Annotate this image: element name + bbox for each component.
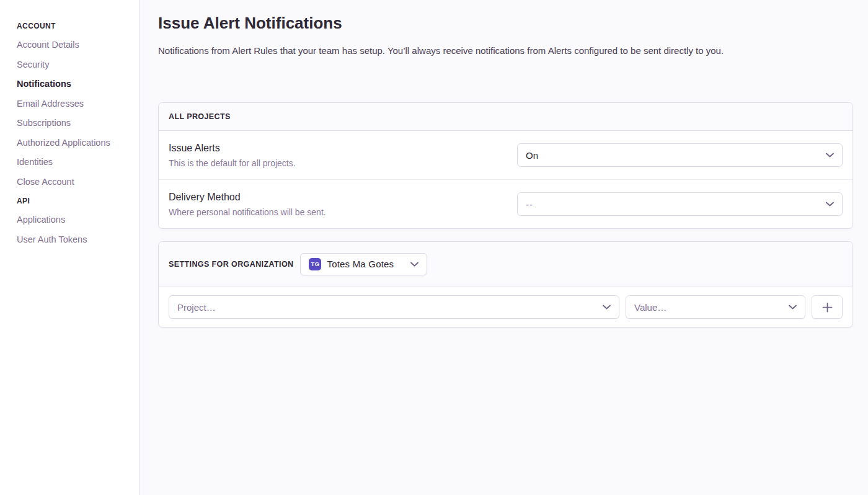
organization-panel-header-label: Settings for Organization [169, 259, 293, 270]
page-description: Notifications from Alert Rules that your… [158, 45, 853, 56]
chevron-down-icon [410, 262, 418, 267]
settings-sidebar: Account Account Details Security Notific… [0, 0, 140, 495]
sidebar-item-identities[interactable]: Identities [17, 156, 128, 167]
chevron-down-icon [789, 305, 797, 310]
page-title: Issue Alert Notifications [158, 14, 853, 33]
delivery-method-select-value: -- [526, 199, 533, 210]
organization-select[interactable]: TG Totes Ma Gotes [300, 253, 427, 275]
organization-settings-panel: Settings for Organization TG Totes Ma Go… [158, 241, 853, 328]
project-select-placeholder: Project… [177, 302, 216, 313]
sidebar-item-user-auth-tokens[interactable]: User Auth Tokens [17, 234, 128, 245]
all-projects-panel-header: All Projects [159, 103, 852, 131]
sidebar-item-applications[interactable]: Applications [17, 214, 128, 225]
sidebar-header-api: API [17, 195, 128, 207]
delivery-method-label: Delivery Method [169, 190, 326, 203]
chevron-down-icon [826, 153, 834, 158]
add-override-button[interactable] [812, 295, 843, 319]
project-select[interactable]: Project… [169, 295, 619, 319]
all-projects-panel: All Projects Issue Alerts This is the de… [158, 102, 853, 229]
sidebar-item-authorized-applications[interactable]: Authorized Applications [17, 137, 128, 148]
delivery-method-help: Where personal notifications will be sen… [169, 207, 326, 218]
sidebar-item-notifications[interactable]: Notifications [17, 78, 128, 89]
sidebar-item-close-account[interactable]: Close Account [17, 176, 128, 187]
sidebar-section-account: Account Account Details Security Notific… [17, 20, 128, 187]
chevron-down-icon [603, 305, 611, 310]
plus-icon [822, 302, 833, 313]
project-override-row: Project… Value… [159, 287, 852, 327]
sidebar-item-subscriptions[interactable]: Subscriptions [17, 117, 128, 128]
delivery-method-row: Delivery Method Where personal notificat… [159, 180, 852, 228]
issue-alerts-row: Issue Alerts This is the default for all… [159, 131, 852, 180]
issue-alerts-help: This is the default for all projects. [169, 158, 296, 169]
issue-alerts-labels: Issue Alerts This is the default for all… [169, 141, 296, 169]
organization-avatar: TG [309, 258, 321, 270]
chevron-down-icon [826, 202, 834, 207]
value-select[interactable]: Value… [626, 295, 805, 319]
delivery-method-select[interactable]: -- [517, 192, 843, 216]
organization-panel-header: Settings for Organization TG Totes Ma Go… [159, 242, 852, 287]
sidebar-header-account: Account [17, 20, 128, 32]
sidebar-item-security[interactable]: Security [17, 59, 128, 70]
issue-alerts-select-value: On [526, 150, 538, 161]
issue-alerts-label: Issue Alerts [169, 141, 296, 154]
value-select-placeholder: Value… [634, 302, 666, 313]
sidebar-item-email-addresses[interactable]: Email Addresses [17, 98, 128, 109]
issue-alerts-select[interactable]: On [517, 143, 843, 167]
organization-name: Totes Ma Gotes [327, 259, 394, 270]
sidebar-item-account-details[interactable]: Account Details [17, 39, 128, 50]
settings-content: Issue Alert Notifications Notifications … [140, 0, 868, 495]
delivery-method-labels: Delivery Method Where personal notificat… [169, 190, 326, 218]
sidebar-section-api: API Applications User Auth Tokens [17, 195, 128, 245]
